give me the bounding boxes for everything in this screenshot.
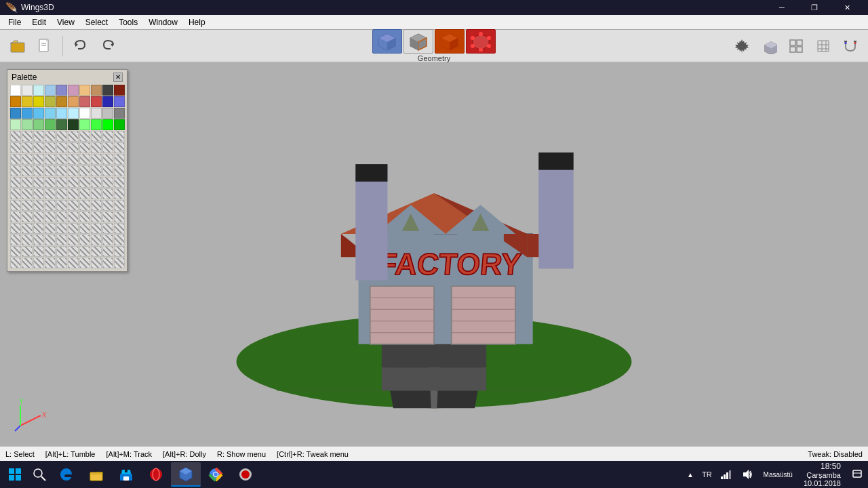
object-mode-button[interactable] xyxy=(372,29,402,54)
color-cell[interactable] xyxy=(102,235,113,245)
color-cell[interactable] xyxy=(114,246,125,257)
color-cell[interactable] xyxy=(10,131,21,142)
color-cell[interactable] xyxy=(102,165,113,176)
color-cell[interactable] xyxy=(33,96,44,107)
color-cell[interactable] xyxy=(56,188,67,199)
color-cell[interactable] xyxy=(79,200,90,211)
color-cell[interactable] xyxy=(79,246,90,257)
color-cell[interactable] xyxy=(91,177,102,188)
color-cell[interactable] xyxy=(10,108,21,119)
color-cell[interactable] xyxy=(68,188,79,199)
color-cell[interactable] xyxy=(45,165,56,176)
color-cell[interactable] xyxy=(68,165,79,176)
color-cell[interactable] xyxy=(79,108,90,119)
search-button[interactable] xyxy=(27,462,52,487)
menu-view[interactable]: View xyxy=(52,15,80,30)
color-cell[interactable] xyxy=(22,142,33,153)
explorer-button[interactable] xyxy=(81,462,111,487)
grid-button[interactable] xyxy=(811,34,835,58)
color-cell[interactable] xyxy=(114,200,125,211)
color-cell[interactable] xyxy=(79,188,90,199)
edge-button[interactable] xyxy=(52,462,81,487)
color-cell[interactable] xyxy=(91,246,102,257)
color-cell[interactable] xyxy=(102,177,113,188)
color-cell[interactable] xyxy=(56,85,67,96)
color-cell[interactable] xyxy=(79,211,90,222)
color-cell[interactable] xyxy=(114,177,125,188)
color-cell[interactable] xyxy=(33,211,44,222)
color-cell[interactable] xyxy=(33,200,44,211)
color-cell[interactable] xyxy=(22,165,33,176)
color-cell[interactable] xyxy=(22,119,33,130)
color-cell[interactable] xyxy=(22,188,33,199)
color-cell[interactable] xyxy=(45,258,56,268)
color-cell[interactable] xyxy=(10,200,21,211)
desktop-label[interactable]: Masaüstü xyxy=(758,462,798,487)
close-button[interactable]: ✕ xyxy=(831,0,863,15)
color-cell[interactable] xyxy=(10,142,21,153)
color-cell[interactable] xyxy=(68,119,79,130)
color-cell[interactable] xyxy=(102,96,113,107)
notification-button[interactable] xyxy=(846,462,868,487)
color-cell[interactable] xyxy=(114,235,125,245)
color-cell[interactable] xyxy=(79,85,90,96)
color-cell[interactable] xyxy=(102,258,113,268)
open-button[interactable] xyxy=(5,34,30,58)
maximize-button[interactable]: ❐ xyxy=(799,0,830,15)
color-cell[interactable] xyxy=(22,154,33,165)
color-cell[interactable] xyxy=(56,177,67,188)
color-cell[interactable] xyxy=(45,108,56,119)
color-cell[interactable] xyxy=(56,223,67,234)
magnet-button[interactable] xyxy=(838,34,863,58)
color-cell[interactable] xyxy=(91,96,102,107)
face-mode-button[interactable] xyxy=(403,29,433,54)
color-cell[interactable] xyxy=(102,85,113,96)
color-cell[interactable] xyxy=(45,96,56,107)
color-cell[interactable] xyxy=(10,154,21,165)
color-cell[interactable] xyxy=(102,200,113,211)
color-cell[interactable] xyxy=(114,142,125,153)
color-cell[interactable] xyxy=(114,119,125,130)
color-cell[interactable] xyxy=(22,96,33,107)
color-cell[interactable] xyxy=(91,165,102,176)
3d-viewport[interactable]: FACTORY xyxy=(0,62,868,446)
color-cell[interactable] xyxy=(102,142,113,153)
color-cell[interactable] xyxy=(10,223,21,234)
recording-button[interactable] xyxy=(231,462,260,487)
color-cell[interactable] xyxy=(10,211,21,222)
color-cell[interactable] xyxy=(56,119,67,130)
color-cell[interactable] xyxy=(68,246,79,257)
color-cell[interactable] xyxy=(91,119,102,130)
menu-edit[interactable]: Edit xyxy=(26,15,52,30)
color-cell[interactable] xyxy=(33,177,44,188)
color-cell[interactable] xyxy=(68,154,79,165)
color-cell[interactable] xyxy=(45,154,56,165)
color-cell[interactable] xyxy=(79,165,90,176)
color-cell[interactable] xyxy=(45,223,56,234)
color-cell[interactable] xyxy=(68,258,79,268)
color-cell[interactable] xyxy=(22,177,33,188)
color-cell[interactable] xyxy=(56,96,67,107)
menu-window[interactable]: Window xyxy=(143,15,183,30)
color-cell[interactable] xyxy=(114,108,125,119)
language-indicator[interactable]: TR xyxy=(699,462,715,487)
menu-select[interactable]: Select xyxy=(80,15,113,30)
start-button[interactable] xyxy=(3,462,27,487)
color-cell[interactable] xyxy=(10,165,21,176)
color-cell[interactable] xyxy=(102,154,113,165)
color-cell[interactable] xyxy=(68,96,79,107)
color-cell[interactable] xyxy=(68,235,79,245)
color-cell[interactable] xyxy=(68,223,79,234)
color-cell[interactable] xyxy=(45,119,56,130)
color-cell[interactable] xyxy=(91,200,102,211)
store-button[interactable] xyxy=(111,462,141,487)
color-cell[interactable] xyxy=(33,235,44,245)
color-cell[interactable] xyxy=(68,177,79,188)
color-cell[interactable] xyxy=(33,108,44,119)
color-cell[interactable] xyxy=(10,258,21,268)
color-cell[interactable] xyxy=(102,131,113,142)
color-cell[interactable] xyxy=(102,188,113,199)
color-cell[interactable] xyxy=(102,246,113,257)
new-button[interactable] xyxy=(33,34,57,58)
color-cell[interactable] xyxy=(33,119,44,130)
